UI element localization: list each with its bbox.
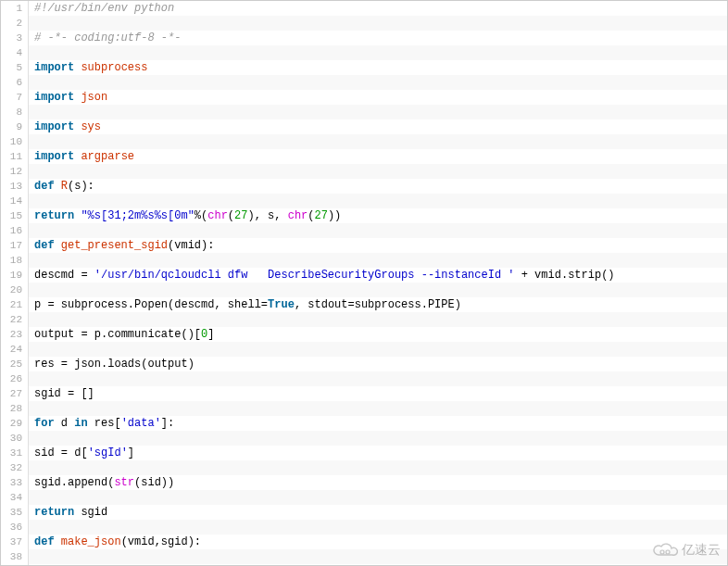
- token: output: [34, 328, 81, 341]
- line-number: 17: [1, 238, 28, 253]
- token: (s):: [68, 180, 94, 193]
- line-number: 12: [1, 164, 28, 179]
- code-line: [29, 520, 727, 535]
- line-number: 20: [1, 283, 28, 297]
- code-line: #!/usr/bin/env python: [29, 1, 727, 16]
- code-line: import subprocess: [29, 60, 727, 75]
- token: =: [347, 298, 354, 311]
- token: #!/usr/bin/env python: [34, 2, 174, 15]
- token: True: [268, 298, 295, 311]
- token: chr: [207, 209, 228, 222]
- code-line: [29, 431, 727, 446]
- code-line: sgid = []: [29, 386, 727, 401]
- code-line: res = json.loads(output): [29, 357, 727, 371]
- code-line: [29, 460, 727, 475]
- token: R: [61, 180, 68, 193]
- token: )): [328, 209, 341, 222]
- token: json.loads(output): [68, 358, 195, 371]
- token: d: [55, 417, 75, 430]
- token: res[: [88, 417, 121, 430]
- line-number: 11: [1, 149, 28, 164]
- token: '/usr/bin/qcloudcli dfw DescribeSecurity…: [94, 269, 515, 282]
- line-number: 24: [1, 342, 28, 357]
- token: d[: [68, 447, 88, 459]
- line-number: 5: [1, 60, 28, 75]
- line-number: 1: [1, 1, 28, 16]
- token: sgid.append(: [34, 476, 114, 489]
- code-line: [29, 45, 727, 60]
- code-line: [29, 16, 727, 31]
- svg-point-1: [666, 550, 670, 554]
- token: +: [521, 269, 528, 282]
- token: ), s,: [247, 209, 287, 222]
- code-line: [29, 253, 727, 268]
- code-line: def get_present_sgid(vmid):: [29, 238, 727, 253]
- token: =: [261, 298, 268, 311]
- line-number: 26: [1, 371, 28, 386]
- token: [55, 239, 61, 252]
- token: subprocess: [81, 61, 147, 74]
- code-line: [29, 223, 727, 238]
- token: str: [114, 476, 134, 489]
- token: import: [34, 120, 74, 133]
- token: res: [34, 358, 61, 371]
- code-line: for d in res['data']:: [29, 416, 727, 431]
- svg-point-0: [660, 550, 664, 554]
- token: (vmid,sgid):: [121, 535, 201, 548]
- token: %(: [195, 209, 207, 222]
- line-number: 13: [1, 179, 28, 194]
- token: =: [47, 298, 54, 311]
- code-line: [29, 549, 727, 564]
- line-number: 14: [1, 194, 28, 208]
- token: subprocess.Popen(descmd, shell: [55, 298, 261, 311]
- token: (: [308, 209, 314, 222]
- token: vmid.strip(): [528, 269, 615, 282]
- token: def: [34, 239, 55, 252]
- code-line: import argparse: [29, 149, 727, 164]
- line-number: 25: [1, 357, 28, 371]
- token: p: [34, 298, 47, 311]
- line-number: 34: [1, 490, 28, 505]
- cloud-icon: [652, 542, 678, 559]
- line-number: 3: [1, 31, 28, 45]
- token: (: [228, 209, 234, 222]
- token: [55, 535, 61, 548]
- code-line: [29, 164, 727, 179]
- line-number: 15: [1, 208, 28, 223]
- code-line: import sys: [29, 119, 727, 134]
- token: in: [74, 417, 87, 430]
- token: descmd: [34, 269, 81, 282]
- line-number: 9: [1, 119, 28, 134]
- code-content: #!/usr/bin/env python# -*- coding:utf-8 …: [29, 1, 727, 565]
- code-viewer: 1234567891011121314151617181920212223242…: [0, 0, 728, 566]
- code-line: [29, 283, 727, 297]
- token: subprocess.PIPE): [355, 298, 461, 311]
- code-line: p = subprocess.Popen(descmd, shell=True,…: [29, 297, 727, 312]
- token: ]: [207, 328, 214, 341]
- token: get_present_sgid: [61, 239, 168, 252]
- token: make_json: [61, 535, 121, 548]
- code-line: [29, 312, 727, 327]
- code-line: [29, 105, 727, 119]
- token: ]:: [161, 417, 174, 430]
- line-number: 16: [1, 223, 28, 238]
- line-number: 10: [1, 134, 28, 149]
- token: "%s[31;2m%s%s[0m": [81, 209, 194, 222]
- code-line: sgid.append(str(sid)): [29, 475, 727, 490]
- token: return: [34, 506, 74, 519]
- line-number: 32: [1, 460, 28, 475]
- token: =: [81, 328, 87, 341]
- line-number-gutter: 1234567891011121314151617181920212223242…: [1, 1, 29, 565]
- line-number: 33: [1, 475, 28, 490]
- code-line: [29, 75, 727, 90]
- token: sgid: [34, 387, 68, 400]
- token: def: [34, 180, 55, 193]
- token: json: [81, 91, 107, 104]
- token: # -*- coding:utf-8 -*-: [34, 31, 181, 44]
- token: sgid: [74, 506, 107, 519]
- token: []: [74, 387, 94, 400]
- code-line: def make_json(vmid,sgid):: [29, 535, 727, 549]
- token: def: [34, 535, 55, 548]
- line-number: 23: [1, 327, 28, 342]
- code-line: [29, 490, 727, 505]
